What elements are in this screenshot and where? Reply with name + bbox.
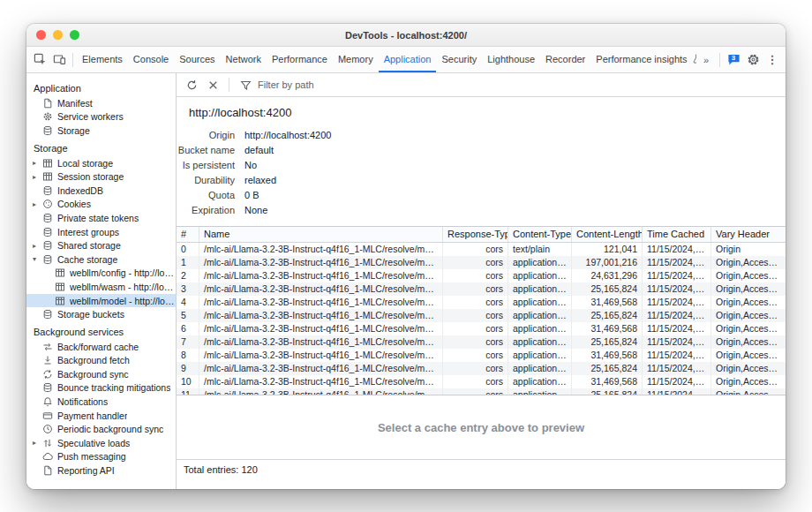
tab-recorder[interactable]: Recorder [540, 47, 590, 72]
tab-memory[interactable]: Memory [333, 47, 379, 72]
sidebar-item-shared-storage[interactable]: ▸Shared storage [26, 238, 176, 252]
minimize-window-button[interactable] [53, 30, 63, 40]
caret-right-icon[interactable]: ▸ [33, 200, 41, 208]
sidebar-item-manifest[interactable]: Manifest [26, 96, 176, 110]
doc-icon [41, 465, 53, 476]
database-icon [41, 185, 53, 196]
caret-right-icon[interactable]: ▸ [33, 242, 41, 250]
sidebar-item-webllm-wasm-http-loca[interactable]: webllm/wasm - http://loca… [26, 280, 176, 294]
sidebar-item-speculative-loads[interactable]: ▸Speculative loads [26, 436, 176, 450]
tab-application[interactable]: Application [379, 47, 437, 72]
devtools-toolbar: ElementsConsoleSourcesNetworkPerformance… [26, 47, 786, 73]
more-tabs-icon[interactable]: » [696, 49, 716, 71]
issues-count-icon[interactable]: 3 [724, 49, 743, 71]
cell-: 6 [177, 322, 199, 335]
column-header-vary-header[interactable]: Vary Header [711, 227, 786, 242]
inspect-element-icon[interactable] [30, 49, 49, 71]
status-bar: Total entries: 120 [177, 459, 786, 478]
sidebar-item-service-workers[interactable]: Service workers [26, 110, 176, 124]
sidebar-item-storage-buckets[interactable]: Storage buckets [26, 307, 176, 321]
tab-sources[interactable]: Sources [174, 47, 220, 72]
sidebar-item-label: Background fetch [57, 355, 130, 365]
sidebar-item-background-fetch[interactable]: Background fetch [26, 354, 176, 368]
table-row[interactable]: 4/mlc-ai/Llama-3.2-3B-Instruct-q4f16_1-M… [177, 296, 786, 309]
tab-security[interactable]: Security [436, 47, 482, 72]
sidebar-item-interest-groups[interactable]: Interest groups [26, 225, 176, 239]
cell-name: /mlc-ai/Llama-3.2-3B-Instruct-q4f16_1-ML… [199, 349, 443, 362]
delete-selected-icon[interactable] [204, 76, 222, 94]
sidebar-item-webllm-config-http-loc[interactable]: webllm/config - http://loc… [26, 267, 176, 281]
sidebar-item-push-messaging[interactable]: Push messaging [26, 450, 176, 464]
table-row[interactable]: 10/mlc-ai/Llama-3.2-3B-Instruct-q4f16_1-… [177, 375, 786, 388]
table-row[interactable]: 0/mlc-ai/Llama-3.2-3B-Instruct-q4f16_1-M… [177, 243, 786, 256]
tab-elements[interactable]: Elements [77, 47, 128, 72]
sidebar-item-local-storage[interactable]: ▸Local storage [26, 156, 176, 170]
sidebar-item-payment-handler[interactable]: Payment handler [26, 409, 176, 423]
column-header-content-type[interactable]: Content-Type [508, 227, 572, 242]
tab-lighthouse[interactable]: Lighthouse [482, 47, 540, 72]
table-row[interactable]: 3/mlc-ai/Llama-3.2-3B-Instruct-q4f16_1-M… [177, 282, 786, 296]
sidebar-item-private-state-tokens[interactable]: Private state tokens [26, 211, 176, 225]
tab-console[interactable]: Console [128, 47, 174, 72]
cell-content-length: 24,631,296 [572, 269, 643, 282]
sidebar-item-storage[interactable]: Storage [26, 124, 176, 138]
column-header-name[interactable]: Name [199, 227, 443, 242]
kebab-menu-icon[interactable]: ⋮ [763, 49, 782, 71]
sidebar-item-reporting-api[interactable]: Reporting API [26, 463, 176, 478]
caret-right-icon[interactable]: ▸ [33, 159, 41, 167]
table-row[interactable]: 11/mlc-ai/Llama-3.2-3B-Instruct-q4f16_1-… [177, 388, 786, 395]
sidebar-item-indexeddb[interactable]: IndexedDB [26, 184, 176, 198]
tab-performance-insights[interactable]: Performance insights [590, 47, 696, 72]
table-row[interactable]: 2/mlc-ai/Llama-3.2-3B-Instruct-q4f16_1-M… [177, 269, 786, 282]
table-row[interactable]: 7/mlc-ai/Llama-3.2-3B-Instruct-q4f16_1-M… [177, 335, 786, 349]
cell-name: /mlc-ai/Llama-3.2-3B-Instruct-q4f16_1-ML… [199, 362, 443, 375]
sidebar-section-background-services: Background services [26, 321, 176, 340]
table-row[interactable]: 8/mlc-ai/Llama-3.2-3B-Instruct-q4f16_1-M… [177, 349, 786, 362]
table-row[interactable]: 5/mlc-ai/Llama-3.2-3B-Instruct-q4f16_1-M… [177, 309, 786, 322]
settings-gear-icon[interactable] [743, 49, 763, 71]
sidebar-item-back-forward-cache[interactable]: Back/forward cache [26, 340, 176, 354]
sidebar-item-cookies[interactable]: ▸Cookies [26, 198, 176, 212]
sidebar-item-bounce-tracking-mitigations[interactable]: Bounce tracking mitigations [26, 381, 176, 395]
device-toolbar-icon[interactable] [49, 49, 69, 71]
column-header-content-length[interactable]: Content-Length [572, 227, 643, 242]
column-header-response-type[interactable]: Response-Type [443, 227, 508, 242]
sidebar-item-background-sync[interactable]: Background sync [26, 367, 176, 381]
cache-meta-row: ExpirationNone [177, 202, 786, 217]
cell-content-length: 31,469,568 [572, 375, 643, 388]
sidebar-item-cache-storage[interactable]: ▾Cache storage [26, 252, 176, 267]
caret-down-icon[interactable]: ▾ [33, 255, 41, 263]
cell-vary-header: Origin,Access… [711, 335, 786, 349]
column-header-[interactable]: # [177, 227, 199, 242]
caret-right-icon[interactable]: ▸ [33, 173, 41, 181]
cache-storage-panel: http://localhost:4200 Originhttp://local… [177, 73, 786, 489]
caret-right-icon[interactable]: ▸ [33, 439, 41, 447]
zoom-window-button[interactable] [70, 30, 79, 40]
tab-network[interactable]: Network [221, 47, 267, 72]
meta-value-is-persistent: No [244, 160, 257, 170]
database-icon [41, 382, 53, 393]
cell-response-type: cors [443, 322, 508, 335]
sidebar-item-notifications[interactable]: Notifications [26, 395, 176, 409]
filter-by-path-input[interactable] [258, 79, 443, 90]
table-row[interactable]: 1/mlc-ai/Llama-3.2-3B-Instruct-q4f16_1-M… [177, 256, 786, 269]
cell-content-type: application/oc… [508, 256, 572, 269]
column-header-time-cached[interactable]: Time Cached [643, 227, 711, 242]
sidebar-item-periodic-background-sync[interactable]: Periodic background sync [26, 422, 176, 436]
refresh-icon[interactable] [183, 76, 200, 94]
close-window-button[interactable] [36, 30, 46, 40]
database-icon [41, 309, 53, 320]
meta-value-origin: http://localhost:4200 [244, 130, 331, 140]
cache-meta-row: Quota0 B [177, 187, 786, 202]
database-icon [41, 254, 53, 265]
table-row[interactable]: 9/mlc-ai/Llama-3.2-3B-Instruct-q4f16_1-M… [177, 362, 786, 375]
sidebar-item-label: Background sync [57, 369, 129, 380]
cell-content-type: application/oc… [508, 362, 572, 375]
cell-content-type: application/oc… [508, 282, 572, 296]
tab-performance[interactable]: Performance [267, 47, 333, 72]
table-row[interactable]: 6/mlc-ai/Llama-3.2-3B-Instruct-q4f16_1-M… [177, 322, 786, 335]
total-entries: Total entries: 120 [184, 464, 258, 475]
cell-time-cached: 11/15/2024, 10… [643, 256, 711, 269]
sidebar-item-session-storage[interactable]: ▸Session storage [26, 169, 176, 184]
sidebar-item-webllm-model-http-loc[interactable]: webllm/model - http://loc… [26, 294, 176, 308]
